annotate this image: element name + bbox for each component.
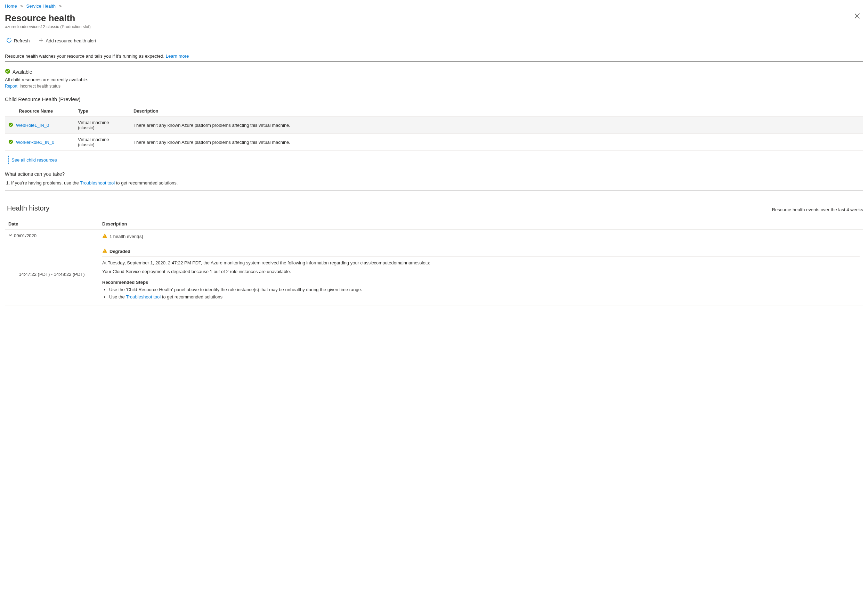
svg-point-1 (9, 122, 13, 126)
step2-suffix: to get recommended solutions (161, 294, 223, 300)
step2-prefix: Use the (109, 294, 126, 300)
plus-icon (38, 38, 44, 44)
health-history-section: Health history Resource health events ov… (5, 204, 863, 305)
event-line1: At Tuesday, September 1, 2020, 2:47:22 P… (102, 260, 860, 265)
history-date: 09/01/2020 (14, 233, 36, 238)
actions-heading: What actions can you take? (5, 171, 863, 177)
add-alert-label: Add resource health alert (46, 38, 96, 44)
toolbar: Refresh Add resource health alert (5, 34, 863, 49)
status-label: Available (12, 69, 32, 75)
warning-icon (102, 233, 108, 239)
svg-rect-5 (105, 250, 105, 252)
action-item: If you're having problems, use the Troub… (11, 180, 863, 185)
col-description: Description (130, 106, 863, 117)
col-date: Date (5, 218, 99, 230)
table-row[interactable]: WorkerRole1_IN_0 Virtual machine (classi… (5, 134, 863, 151)
page-subtitle: azurecloudservices12-classic (Production… (5, 24, 91, 29)
refresh-button[interactable]: Refresh (5, 36, 31, 45)
see-all-child-resources-button[interactable]: See all child resources (8, 155, 60, 165)
history-event-row: 14:47:22 (PDT) - 14:48:22 (PDT) Degraded… (5, 243, 863, 305)
breadcrumb-home[interactable]: Home (5, 3, 17, 9)
svg-point-2 (9, 139, 13, 144)
report-link[interactable]: Report (5, 84, 17, 89)
troubleshoot-tool-link[interactable]: Troubleshoot tool (126, 294, 161, 300)
step-item: Use the 'Child Resource Health' panel ab… (109, 287, 860, 292)
report-suffix: incorrect health status (20, 84, 61, 89)
intro-text: Resource health watches your resource an… (5, 53, 164, 59)
chevron-right-icon: > (18, 3, 25, 9)
table-row[interactable]: WebRole1_IN_0 Virtual machine (classic) … (5, 117, 863, 134)
chevron-right-icon: > (57, 3, 64, 9)
step-item: Use the Troubleshoot tool to get recomme… (109, 294, 860, 300)
refresh-icon (6, 38, 12, 44)
col-type: Type (74, 106, 130, 117)
event-title: Degraded (109, 249, 131, 254)
actions-section: What actions can you take? If you're hav… (5, 171, 863, 190)
resource-type: Virtual machine (classic) (74, 134, 130, 151)
col-resource-name: Resource Name (5, 106, 74, 117)
history-table: Date Description 09/01/2020 1 health eve… (5, 218, 863, 305)
event-line2: Your Cloud Service deployment is degrade… (102, 269, 860, 274)
resource-type: Virtual machine (classic) (74, 117, 130, 134)
page-title: Resource health (5, 13, 91, 24)
check-circle-icon (8, 122, 13, 128)
warning-icon (102, 248, 108, 254)
event-time-range: 14:47:22 (PDT) - 14:48:22 (PDT) (19, 272, 85, 277)
resource-link[interactable]: WebRole1_IN_0 (16, 123, 49, 128)
svg-rect-3 (105, 235, 105, 236)
history-summary-row[interactable]: 09/01/2020 1 health event(s) (5, 230, 863, 243)
close-icon[interactable] (851, 11, 863, 22)
resource-desc: There aren't any known Azure platform pr… (130, 134, 863, 151)
child-health-heading: Child Resource Health (Preview) (5, 96, 863, 102)
action-prefix: If you're having problems, use the (11, 180, 80, 185)
svg-rect-6 (105, 252, 105, 252)
refresh-label: Refresh (14, 38, 30, 44)
chevron-down-icon (8, 233, 12, 238)
breadcrumb-service-health[interactable]: Service Health (26, 3, 56, 9)
expand-date-toggle[interactable]: 09/01/2020 (8, 233, 36, 238)
recommended-steps-heading: Recommended Steps (102, 280, 860, 285)
history-summary: 1 health event(s) (109, 234, 143, 239)
intro-section: Resource health watches your resource an… (5, 49, 863, 62)
check-circle-icon (8, 139, 13, 145)
resource-link[interactable]: WorkerRole1_IN_0 (16, 140, 54, 145)
add-alert-button[interactable]: Add resource health alert (37, 36, 98, 45)
svg-point-0 (5, 69, 10, 74)
resource-desc: There aren't any known Azure platform pr… (130, 117, 863, 134)
svg-rect-4 (105, 236, 105, 237)
child-health-table: Resource Name Type Description WebRole1_… (5, 106, 863, 151)
troubleshoot-tool-link[interactable]: Troubleshoot tool (80, 180, 115, 185)
col-description: Description (99, 218, 863, 230)
action-suffix: to get recommended solutions. (115, 180, 178, 185)
status-sub: All child resources are currently availa… (5, 77, 863, 82)
status-block: Available All child resources are curren… (5, 68, 863, 167)
history-heading: Health history (7, 204, 49, 212)
check-circle-icon (5, 68, 11, 75)
history-sub: Resource health events over the last 4 w… (772, 207, 863, 212)
learn-more-link[interactable]: Learn more (166, 53, 189, 59)
breadcrumb: Home > Service Health > (5, 3, 863, 9)
